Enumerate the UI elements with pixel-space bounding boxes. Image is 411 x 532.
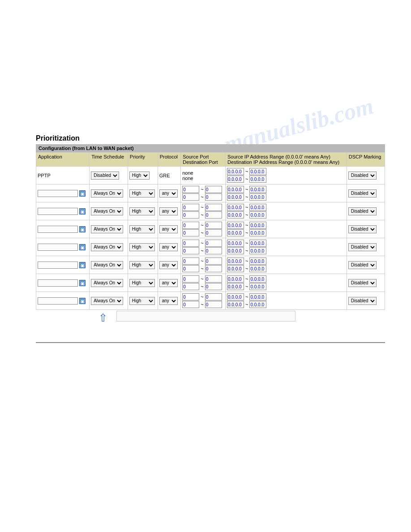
row1-dst-port-start[interactable] (182, 193, 199, 201)
row7-dst-port-end[interactable] (205, 301, 222, 308)
row4-protocol[interactable]: anytcpudp (158, 238, 181, 256)
row3-dst-ip1[interactable] (227, 229, 244, 236)
row6-src-ip1[interactable] (227, 275, 244, 283)
row6-protocol[interactable]: anytcpudp (158, 274, 181, 292)
row3-protocol[interactable]: anytcpudp (158, 220, 181, 238)
row7-src-ip1[interactable] (227, 293, 244, 300)
pptp-src-ip2-end[interactable] (249, 176, 266, 183)
row4-src-port-end[interactable] (205, 240, 222, 247)
row5-protocol[interactable]: anytcpudp (158, 256, 181, 274)
row2-protocol-select[interactable]: anytcpudp (159, 207, 178, 215)
pptp-priority[interactable]: High (128, 167, 158, 184)
row2-time[interactable]: Always OnDisabled (90, 202, 128, 220)
row6-priority-select[interactable]: HighNormalLow (129, 279, 155, 287)
row1-dst-ip1-end[interactable] (249, 193, 266, 201)
row5-app-input[interactable] (38, 262, 78, 269)
pptp-dscp[interactable]: Disabled (347, 167, 385, 184)
row3-src-port-end[interactable] (205, 222, 222, 229)
pptp-priority-select[interactable]: High (129, 172, 150, 180)
row7-dst-port-start[interactable] (182, 301, 199, 308)
row2-protocol[interactable]: anytcpudp (158, 202, 181, 220)
row4-dscp[interactable]: Disabled (347, 238, 385, 256)
row3-priority-select[interactable]: HighNormalLow (129, 225, 155, 233)
row6-src-ip1-end[interactable] (249, 275, 266, 283)
row7-dst-ip1-end[interactable] (249, 301, 266, 308)
row1-src-ip1[interactable] (227, 186, 244, 193)
row7-src-port-start[interactable] (182, 293, 199, 300)
pptp-src-ip1[interactable] (227, 168, 244, 175)
row2-src-ip1[interactable] (227, 204, 244, 211)
row1-dst-ip1[interactable] (227, 193, 244, 201)
row1-time[interactable]: Always OnDisabled (90, 184, 128, 202)
row3-app-input[interactable] (38, 226, 78, 233)
row3-src-ip1-end[interactable] (249, 222, 266, 229)
row4-icon-btn[interactable]: ▣ (79, 244, 86, 250)
pptp-time-schedule[interactable]: Disabled (90, 167, 128, 184)
row4-src-ip1[interactable] (227, 240, 244, 247)
row3-dscp-select[interactable]: Disabled (348, 225, 377, 233)
row1-dst-port-end[interactable] (205, 193, 222, 201)
row2-icon-btn[interactable]: ▣ (79, 208, 86, 215)
row1-time-select[interactable]: Always OnDisabled (91, 189, 123, 197)
row6-app-input[interactable] (38, 279, 78, 287)
row4-dst-port-start[interactable] (182, 247, 199, 254)
row7-src-port-end[interactable] (205, 293, 222, 300)
row1-src-port-end[interactable] (205, 186, 222, 193)
row6-dscp-select[interactable]: Disabled (348, 279, 377, 287)
row5-priority[interactable]: HighNormalLow (128, 256, 158, 274)
row3-src-ip1[interactable] (227, 222, 244, 229)
row5-priority-select[interactable]: HighNormalLow (129, 261, 155, 269)
row2-src-ip1-end[interactable] (249, 204, 266, 211)
row7-src-ip1-end[interactable] (249, 293, 266, 300)
row7-priority-select[interactable]: HighNormalLow (129, 297, 155, 305)
row2-dst-ip1-end[interactable] (249, 211, 266, 219)
row3-dst-port-start[interactable] (182, 229, 199, 236)
row6-dscp[interactable]: Disabled (347, 274, 385, 292)
row3-dst-port-end[interactable] (205, 229, 222, 236)
row7-protocol-select[interactable]: anytcpudp (159, 297, 178, 305)
row5-icon-btn[interactable]: ▣ (79, 262, 86, 268)
row5-src-port-start[interactable] (182, 257, 199, 265)
row4-app-input[interactable] (38, 244, 78, 251)
row5-src-port-end[interactable] (205, 257, 222, 265)
row4-dscp-select[interactable]: Disabled (348, 243, 377, 251)
row4-dst-port-end[interactable] (205, 247, 222, 254)
row3-priority[interactable]: HighNormalLow (128, 220, 158, 238)
row1-priority[interactable]: HighNormalLow (128, 184, 158, 202)
row2-time-select[interactable]: Always OnDisabled (91, 207, 123, 215)
row4-time-select[interactable]: Always OnDisabled (91, 243, 123, 251)
row5-src-ip1[interactable] (227, 257, 244, 265)
row4-protocol-select[interactable]: anytcpudp (159, 243, 178, 251)
row1-src-ip1-end[interactable] (249, 186, 266, 193)
pptp-time-schedule-select[interactable]: Disabled (91, 172, 119, 180)
row2-src-port-end[interactable] (205, 204, 222, 211)
row6-protocol-select[interactable]: anytcpudp (159, 279, 178, 287)
row3-time[interactable]: Always OnDisabled (90, 220, 128, 238)
row2-dst-port-end[interactable] (205, 211, 222, 219)
row1-icon-btn[interactable]: ▣ (79, 190, 86, 197)
row3-dscp[interactable]: Disabled (347, 220, 385, 238)
row7-priority[interactable]: HighNormalLow (128, 292, 158, 310)
row6-dst-ip1-end[interactable] (249, 283, 266, 290)
row7-dscp[interactable]: Disabled (347, 292, 385, 310)
row5-dst-port-end[interactable] (205, 265, 222, 272)
row1-app-input[interactable] (38, 190, 78, 197)
row3-icon-btn[interactable]: ▣ (79, 226, 86, 232)
row1-dscp-select[interactable]: Disabled (348, 189, 377, 197)
row6-dst-port-start[interactable] (182, 283, 199, 290)
row4-dst-ip1[interactable] (227, 247, 244, 254)
row6-time[interactable]: Always OnDisabled (90, 274, 128, 292)
pptp-dscp-select[interactable]: Disabled (348, 172, 377, 180)
row2-dscp[interactable]: Disabled (347, 202, 385, 220)
row7-dscp-select[interactable]: Disabled (348, 297, 377, 305)
row5-src-ip1-end[interactable] (249, 257, 266, 265)
row3-protocol-select[interactable]: anytcpudp (159, 225, 178, 233)
row6-time-select[interactable]: Always OnDisabled (91, 279, 123, 287)
row4-src-port-start[interactable] (182, 240, 199, 247)
row5-dst-ip1-end[interactable] (249, 265, 266, 272)
row7-app-input[interactable] (38, 297, 78, 305)
row7-protocol[interactable]: anytcpudp (158, 292, 181, 310)
row3-dst-ip1-end[interactable] (249, 229, 266, 236)
pptp-src-ip1-end[interactable] (249, 168, 266, 175)
row4-dst-ip1-end[interactable] (249, 247, 266, 254)
